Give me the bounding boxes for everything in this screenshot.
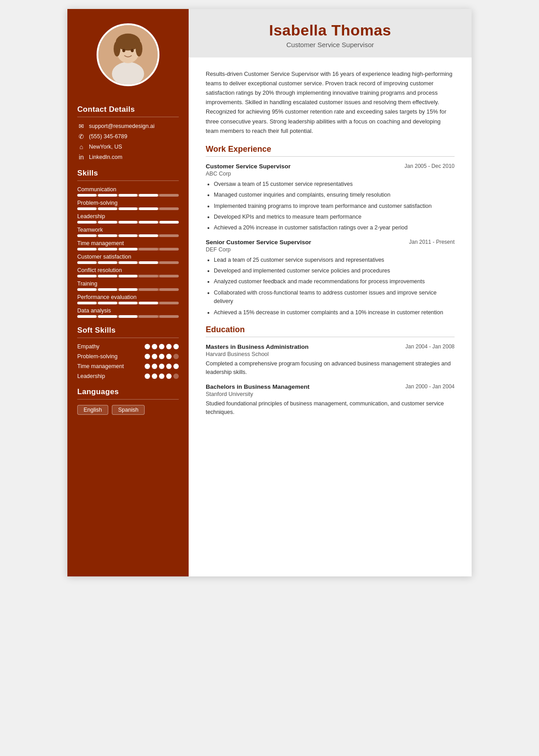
edu-header: Masters in Business AdministrationJan 20…	[206, 343, 455, 350]
soft-skill-row: Time management	[77, 363, 179, 369]
svg-point-6	[122, 49, 125, 53]
skill-bar-segment	[98, 261, 117, 264]
soft-skill-dot	[145, 354, 150, 359]
soft-skill-dot	[173, 364, 179, 369]
skill-bar-segment	[159, 315, 179, 318]
soft-skill-dot	[152, 374, 157, 379]
skill-bar-segment	[159, 248, 179, 251]
skill-bar-segment	[139, 207, 158, 210]
skill-bar-segment	[139, 275, 158, 277]
soft-skill-dot	[152, 354, 157, 359]
skill-bar-segment	[119, 315, 138, 318]
contact-section-title: Contact Details	[77, 105, 179, 114]
skill-bar-segment	[98, 234, 117, 237]
job-bullet: Collaborated with cross-functional teams…	[214, 289, 455, 306]
job-bullet: Analyzed customer feedback and made reco…	[214, 277, 455, 286]
soft-skill-dot	[145, 344, 150, 349]
skill-bar-segment	[119, 261, 138, 264]
job-bullet: Implemented training programs to improve…	[214, 202, 455, 211]
soft-skills-section-title: Soft Skills	[77, 326, 179, 335]
edu-description: Studied foundational principles of busin…	[206, 400, 455, 417]
soft-skill-label: Empathy	[77, 343, 145, 350]
languages-list: EnglishSpanish	[77, 405, 179, 415]
skill-label: Conflict resolution	[77, 267, 179, 273]
soft-skill-dot	[159, 354, 164, 359]
soft-skill-row: Empathy	[77, 343, 179, 350]
svg-point-1	[112, 62, 144, 86]
skill-bar-segment	[159, 261, 179, 264]
job-header: Customer Service SupervisorJan 2005 - De…	[206, 163, 455, 170]
skills-section-title: Skills	[77, 169, 179, 178]
skill-label: Training	[77, 281, 179, 287]
language-chip: English	[77, 405, 108, 415]
job-bullets: Oversaw a team of 15 customer service re…	[206, 180, 455, 233]
soft-skill-dot	[159, 344, 164, 349]
skill-bar-segment	[77, 248, 97, 251]
skills-list: CommunicationProblem-solvingLeadershipTe…	[77, 186, 179, 318]
skill-bar-segment	[139, 248, 158, 251]
soft-skill-dot	[152, 344, 157, 349]
edu-title: Masters in Business Administration	[206, 343, 309, 350]
soft-skill-dot	[166, 344, 172, 349]
contact-email: ✉ support@resumedesign.ai	[77, 123, 179, 130]
skill-bar-segment	[77, 194, 97, 197]
skill-bar	[77, 302, 179, 304]
skill-bar	[77, 261, 179, 264]
soft-skill-dot	[173, 344, 179, 349]
job-date: Jan 2005 - Dec 2010	[405, 163, 455, 169]
contact-linkedin: in LinkedIn.com	[77, 154, 179, 161]
edu-date: Jan 2004 - Jan 2008	[406, 343, 455, 350]
job-bullet: Lead a team of 25 customer service super…	[214, 256, 455, 264]
job-entry: Customer Service SupervisorJan 2005 - De…	[206, 163, 455, 233]
skill-bar	[77, 207, 179, 210]
skill-bar-segment	[77, 275, 97, 277]
soft-skill-label: Problem-solving	[77, 353, 145, 360]
soft-skill-dot	[159, 374, 164, 379]
skill-label: Problem-solving	[77, 200, 179, 206]
contact-phone: ✆ (555) 345-6789	[77, 133, 179, 140]
skill-bar-segment	[159, 221, 179, 224]
job-bullet: Achieved a 20% increase in customer sati…	[214, 224, 455, 232]
sidebar-content: Contact Details ✉ support@resumedesign.a…	[67, 97, 189, 415]
job-bullet: Managed customer inquiries and complaint…	[214, 191, 455, 199]
jobs-list: Customer Service SupervisorJan 2005 - De…	[206, 163, 455, 317]
job-entry: Senior Customer Service SupervisorJan 20…	[206, 239, 455, 317]
soft-skill-dots	[145, 344, 179, 349]
skill-bar-segment	[159, 275, 179, 277]
job-bullets: Lead a team of 25 customer service super…	[206, 256, 455, 317]
skill-bar-segment	[98, 315, 117, 318]
job-bullet: Developed KPIs and metrics to measure te…	[214, 213, 455, 221]
language-chip: Spanish	[112, 405, 145, 415]
skill-bar	[77, 221, 179, 224]
location-icon: ⌂	[77, 143, 85, 150]
skill-bar-segment	[159, 234, 179, 237]
soft-skill-dot	[173, 354, 179, 359]
svg-point-4	[114, 41, 120, 57]
skill-bar-segment	[159, 207, 179, 210]
skill-bar-segment	[98, 194, 117, 197]
job-title: Customer Service Supervisor	[206, 163, 291, 170]
soft-skill-dot	[145, 364, 150, 369]
skill-bar-segment	[139, 315, 158, 318]
skill-bar-segment	[119, 234, 138, 237]
skill-label: Data analysis	[77, 308, 179, 314]
skill-bar-segment	[98, 221, 117, 224]
education-entry: Bachelors in Business ManagementJan 2000…	[206, 383, 455, 417]
edu-title: Bachelors in Business Management	[206, 383, 309, 390]
avatar	[97, 23, 159, 86]
skill-bar-segment	[98, 275, 117, 277]
skill-bar-segment	[119, 248, 138, 251]
phone-icon: ✆	[77, 133, 85, 140]
soft-skill-dot	[159, 364, 164, 369]
soft-skill-label: Time management	[77, 363, 145, 369]
skill-bar-segment	[77, 315, 97, 318]
skill-bar-segment	[139, 302, 158, 304]
sidebar: Contact Details ✉ support@resumedesign.a…	[67, 9, 189, 576]
skill-bar-segment	[139, 288, 158, 291]
skill-label: Time management	[77, 240, 179, 246]
email-icon: ✉	[77, 123, 85, 130]
soft-skill-dot	[166, 364, 172, 369]
job-company: ABC Corp	[206, 171, 455, 177]
languages-section-title: Languages	[77, 387, 179, 396]
skill-bar-segment	[159, 288, 179, 291]
